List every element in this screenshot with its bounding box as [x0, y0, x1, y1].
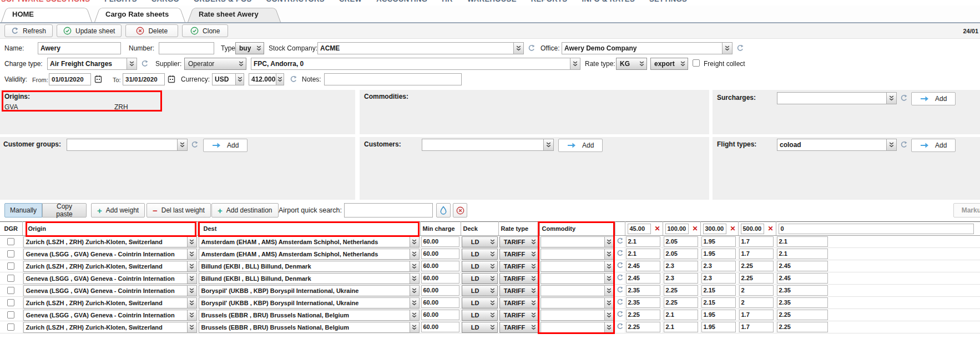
currency-rate-select[interactable]: 412.000	[249, 73, 284, 85]
rate-input[interactable]: 2.15	[701, 285, 736, 296]
rate-type-select[interactable]: TARIFF	[499, 261, 539, 272]
origin-item-gva[interactable]: GVA	[4, 103, 18, 111]
deck-select[interactable]: LD	[462, 322, 498, 333]
rate-input[interactable]: 2.25	[626, 322, 660, 332]
copy-paste-tab-button[interactable]: Copy paste	[42, 203, 87, 218]
refresh-icon[interactable]	[191, 141, 199, 149]
nav-item-info-rates[interactable]: INFO & RATES	[582, 0, 635, 3]
rate-input[interactable]: 2.35	[777, 297, 828, 308]
customers-select[interactable]	[422, 139, 554, 151]
rate-type-select[interactable]: TARIFF	[499, 297, 539, 308]
commodity-select[interactable]	[540, 310, 614, 321]
number-input[interactable]	[159, 42, 214, 54]
markup-button[interactable]: Markup	[953, 203, 980, 218]
dest-select[interactable]: Billund (EKBI , BLL) Billund, Denmark	[199, 273, 420, 284]
rate-input[interactable]: 2.3	[664, 273, 698, 284]
rate-type-select[interactable]: TARIFF	[499, 249, 539, 260]
origin-select[interactable]: Geneva (LSGG , GVA) Geneva - Cointrin In…	[23, 249, 197, 260]
rate-input[interactable]: 1.7	[739, 310, 774, 320]
refresh-icon[interactable]	[141, 60, 149, 68]
refresh-icon[interactable]	[617, 311, 624, 318]
rate-type-select[interactable]: TARIFF	[499, 285, 539, 296]
rate-input[interactable]: 2.3	[701, 273, 736, 284]
add-destination-button[interactable]: + Add destination	[211, 203, 279, 218]
rate-input[interactable]: 2.1	[777, 249, 828, 259]
dest-select[interactable]: Amsterdam (EHAM , AMS) Amsterdam Schipho…	[199, 236, 420, 247]
row-checkbox[interactable]	[7, 299, 14, 306]
nav-item-hr[interactable]: HR	[442, 0, 453, 3]
rate-input[interactable]: 2.35	[626, 297, 660, 308]
rate-input[interactable]: 2.45	[777, 261, 828, 271]
rate-input[interactable]: 2	[739, 285, 774, 296]
weight-break-input[interactable]: 500.00	[741, 224, 765, 234]
manually-tab-button[interactable]: Manually	[4, 203, 42, 218]
add-weight-button[interactable]: + Add weight	[91, 203, 145, 218]
airport-search-input[interactable]	[344, 203, 433, 218]
rate-input[interactable]: 1.7	[739, 249, 774, 259]
rate-input[interactable]: 2.15	[701, 297, 736, 308]
origin-item-zrh[interactable]: ZRH	[114, 103, 128, 111]
commodity-select[interactable]	[540, 261, 614, 272]
origin-select[interactable]: Geneva (LSGG , GVA) Geneva - Cointrin In…	[23, 285, 197, 296]
stock-company-select[interactable]: ACME	[317, 42, 524, 54]
nav-item-flights[interactable]: FLIGHTS	[104, 0, 137, 3]
rate-input[interactable]: 2.25	[739, 273, 774, 284]
nav-item-reports[interactable]: REPORTS	[531, 0, 568, 3]
supplier-select[interactable]: Operator	[184, 58, 246, 70]
supplier-company-select[interactable]: FPC, Andorra, 0	[251, 58, 580, 70]
commodity-select[interactable]	[540, 285, 614, 296]
rate-input[interactable]: 2.35	[626, 285, 660, 296]
nav-item-accounting[interactable]: ACCOUNTING	[376, 0, 427, 3]
name-input[interactable]: Awery	[38, 42, 121, 54]
rate-input[interactable]: 2.25	[626, 310, 660, 320]
deck-select[interactable]: LD	[462, 261, 498, 272]
refresh-button[interactable]: Refresh	[4, 24, 53, 37]
rate-input[interactable]: 1.7	[739, 236, 774, 247]
currency-select[interactable]: USD	[212, 73, 244, 85]
rate-input[interactable]: 1.95	[701, 236, 736, 247]
calendar-icon[interactable]	[168, 75, 175, 83]
deck-select[interactable]: LD	[462, 285, 498, 296]
rate-input[interactable]: 2.25	[664, 285, 698, 296]
row-checkbox[interactable]	[7, 311, 14, 318]
weight-break-input[interactable]: 100.00	[665, 224, 689, 234]
dest-select[interactable]: Billund (EKBI , BLL) Billund, Denmark	[199, 261, 420, 272]
rate-input[interactable]: 2.05	[664, 236, 698, 247]
dest-select[interactable]: Brussels (EBBR , BRU) Brussels National,…	[199, 322, 420, 333]
min-charge-input[interactable]: 60.00	[421, 297, 459, 308]
refresh-icon[interactable]	[736, 44, 744, 52]
update-sheet-button[interactable]: Update sheet	[57, 24, 122, 37]
rate-type-select[interactable]: TARIFF	[499, 310, 539, 321]
rate-input[interactable]: 2.45	[626, 261, 660, 271]
min-charge-input[interactable]: 60.00	[421, 285, 459, 296]
clear-filter-button[interactable]	[436, 203, 451, 218]
min-charge-input[interactable]: 60.00	[421, 261, 459, 271]
deck-select[interactable]: LD	[462, 273, 498, 284]
origin-select[interactable]: Zurich (LSZH , ZRH) Zurich-Kloten, Switz…	[23, 261, 197, 272]
del-last-weight-button[interactable]: − Del last weight	[147, 203, 211, 218]
origin-select[interactable]: Zurich (LSZH , ZRH) Zurich-Kloten, Switz…	[23, 297, 197, 308]
tab-home[interactable]: HOME	[1, 6, 92, 22]
rate-input[interactable]: 2	[739, 297, 774, 308]
charge-type-select[interactable]: Air Freight Charges	[47, 58, 137, 70]
rate-type-select[interactable]: TARIFF	[499, 236, 539, 247]
commodity-select[interactable]	[540, 249, 614, 260]
commodity-select[interactable]	[540, 273, 614, 284]
rate-input[interactable]: 2.05	[664, 249, 698, 259]
valid-to-input[interactable]: 31/01/2020	[123, 73, 165, 85]
row-checkbox[interactable]	[7, 238, 14, 245]
min-charge-input[interactable]: 60.00	[421, 236, 459, 247]
deck-select[interactable]: LD	[462, 297, 498, 308]
refresh-icon[interactable]	[290, 75, 297, 83]
min-charge-input[interactable]: 60.00	[421, 310, 459, 320]
min-charge-input[interactable]: 60.00	[421, 322, 459, 332]
origin-select[interactable]: Geneva (LSGG , GVA) Geneva - Cointrin In…	[23, 273, 197, 284]
refresh-icon[interactable]	[617, 323, 624, 330]
rate-input[interactable]: 2.1	[626, 236, 660, 247]
type-select[interactable]: buy	[235, 42, 264, 54]
row-checkbox[interactable]	[7, 250, 14, 257]
commodity-select[interactable]	[540, 297, 614, 308]
nav-item-crew[interactable]: CREW	[339, 0, 362, 3]
rate-input[interactable]: 2.25	[777, 310, 828, 320]
add-customer-group-button[interactable]: Add	[203, 139, 247, 152]
